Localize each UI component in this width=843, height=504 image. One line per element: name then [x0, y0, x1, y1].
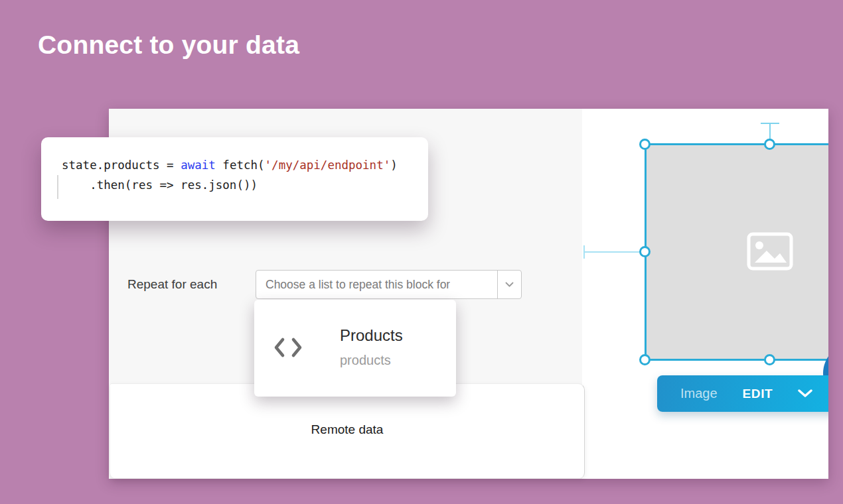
resize-handle-bottom-left[interactable]: [639, 354, 651, 365]
code-token: fetch(: [216, 158, 265, 172]
resize-handle-bottom-mid[interactable]: [764, 354, 775, 365]
repeat-list-select[interactable]: Choose a list to repeat this block for: [256, 270, 522, 299]
top-guide-cap: [761, 123, 779, 124]
element-type-label: Image: [680, 386, 718, 401]
resize-handle-top-mid[interactable]: [764, 139, 775, 150]
selected-image-element[interactable]: [645, 143, 828, 361]
code-snippet-card: state.products = await fetch('/my/api/en…: [41, 137, 428, 221]
select-placeholder: Choose a list to repeat this block for: [256, 278, 450, 292]
code-snippet: state.products = await fetch('/my/api/en…: [62, 155, 398, 195]
code-token: ): [390, 158, 398, 172]
element-toolbar[interactable]: Image EDIT: [657, 375, 828, 412]
resize-handle-top-left[interactable]: [639, 139, 651, 150]
image-placeholder-icon: [747, 232, 793, 271]
dropdown-menu: Products products: [254, 300, 456, 397]
code-token: state.products =: [62, 158, 181, 172]
edit-button[interactable]: EDIT: [743, 387, 773, 401]
indent-guide-line: [57, 175, 58, 199]
code-icon: [274, 337, 302, 358]
resize-handle-mid-left[interactable]: [639, 246, 651, 257]
option-title: Products: [340, 326, 403, 345]
left-guide-cap: [583, 245, 585, 259]
canvas-panel: Image EDIT: [582, 109, 828, 479]
left-guide-line: [584, 251, 645, 253]
option-subtitle: products: [340, 353, 391, 368]
page-title: Connect to your data: [38, 31, 299, 60]
code-line-2: .then(res => res.json()): [62, 178, 258, 192]
remote-data-block[interactable]: Remote data: [110, 383, 585, 478]
dropdown-option-products[interactable]: Products products: [254, 300, 456, 397]
remote-data-label: Remote data: [110, 422, 584, 437]
chevron-down-icon[interactable]: [798, 389, 812, 398]
code-token-string: '/my/api/endpoint': [265, 158, 391, 172]
select-chevron-down-icon[interactable]: [497, 271, 521, 298]
repeat-for-each-label: Repeat for each: [127, 277, 217, 292]
code-token-keyword: await: [181, 158, 216, 172]
